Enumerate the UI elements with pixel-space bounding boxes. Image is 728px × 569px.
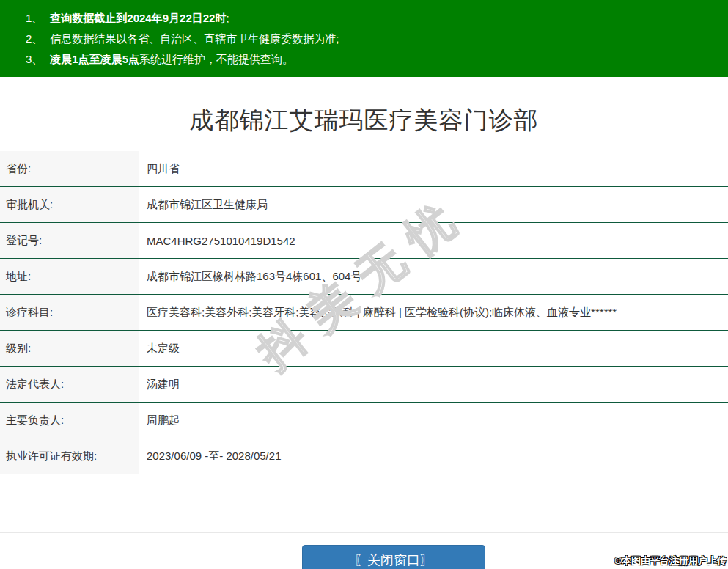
row-label: 诊疗科目:: [0, 295, 139, 330]
table-row-province: 省份: 四川省: [0, 151, 728, 187]
row-value: 2023/06/09 -至- 2028/05/21: [139, 438, 281, 474]
page-title: 成都锦江艾瑞玛医疗美容门诊部: [0, 104, 728, 137]
table-row-legal-representative: 法定代表人: 汤建明: [0, 367, 728, 403]
row-label: 省份:: [0, 151, 139, 186]
notice-banner: 1、查询数据截止到2024年9月22日22时; 2、信息数据结果以各省、自治区、…: [0, 0, 728, 77]
table-row-approval-authority: 审批机关: 成都市锦江区卫生健康局: [0, 187, 728, 223]
table-row-main-person-in-charge: 主要负责人: 周鹏起: [0, 403, 728, 438]
row-value: 周鹏起: [139, 403, 180, 438]
row-label: 主要负责人:: [0, 403, 139, 438]
notice-number: 2、: [26, 32, 43, 45]
notice-line-1: 1、查询数据截止到2024年9月22日22时;: [26, 8, 728, 29]
detail-table: 省份: 四川省 审批机关: 成都市锦江区卫生健康局 登记号: MAC4HRG27…: [0, 151, 728, 474]
notice-line-2: 2、信息数据结果以各省、自治区、直辖市卫生健康委数据为准;: [26, 29, 728, 49]
row-value: 成都市锦江区橡树林路163号4栋601、604号: [139, 259, 361, 294]
notice-text-bold: 凌晨1点至凌晨5点: [50, 53, 139, 65]
row-label: 登记号:: [0, 223, 139, 258]
row-label: 地址:: [0, 259, 139, 294]
table-row-registration-number: 登记号: MAC4HRG2751010419D1542: [0, 223, 728, 259]
row-value: 未定级: [139, 331, 180, 366]
row-label: 级别:: [0, 331, 139, 366]
close-window-button[interactable]: 〖关闭窗口〗: [302, 545, 485, 569]
notice-line-3: 3、凌晨1点至凌晨5点系统进行维护，不能提供查询。: [26, 49, 728, 70]
notice-text: 系统进行维护，不能提供查询。: [139, 53, 293, 65]
table-row-medical-subjects: 诊疗科目: 医疗美容科;美容外科;美容牙科;美容皮肤科 | 麻醉科 | 医学检验…: [0, 295, 728, 331]
row-value: MAC4HRG2751010419D1542: [139, 223, 295, 258]
notice-number: 3、: [26, 53, 43, 65]
row-value: 汤建明: [139, 367, 180, 402]
row-label: 审批机关:: [0, 187, 139, 222]
notice-text: ;: [226, 12, 229, 24]
table-row-level: 级别: 未定级: [0, 331, 728, 367]
copyright-note: ©本图由平台注册用户上传: [614, 554, 727, 568]
row-value: 成都市锦江区卫生健康局: [139, 187, 268, 222]
row-value: 四川省: [139, 151, 180, 186]
notice-text-bold: 查询数据截止到2024年9月22日22时: [50, 12, 226, 24]
notice-text: 信息数据结果以各省、自治区、直辖市卫生健康委数据为准;: [50, 32, 339, 45]
row-value: 医疗美容科;美容外科;美容牙科;美容皮肤科 | 麻醉科 | 医学检验科(协议);…: [139, 295, 617, 330]
notice-number: 1、: [26, 12, 43, 24]
table-row-address: 地址: 成都市锦江区橡树林路163号4栋601、604号: [0, 259, 728, 295]
row-label: 执业许可证有效期:: [0, 438, 139, 474]
row-label: 法定代表人:: [0, 367, 139, 402]
table-row-license-validity: 执业许可证有效期: 2023/06/09 -至- 2028/05/21: [0, 438, 728, 474]
